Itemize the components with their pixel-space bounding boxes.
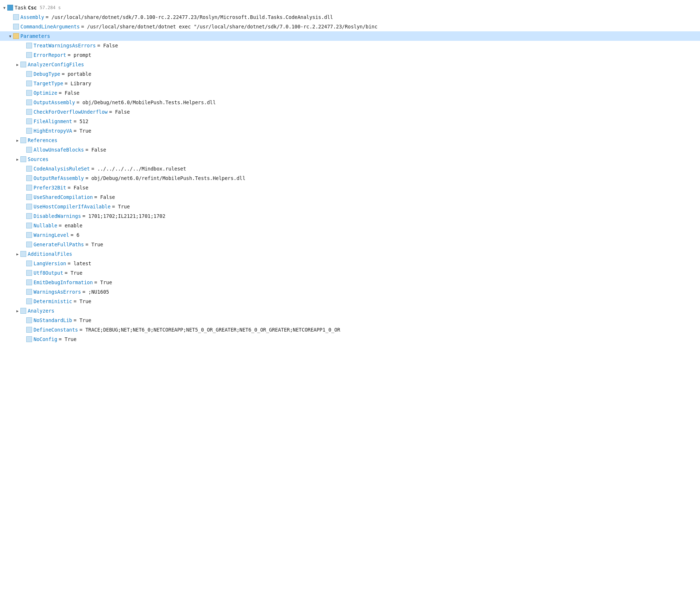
expand-task[interactable]: ▼: [1, 5, 7, 11]
utf8output-key: Utf8Output: [34, 270, 63, 276]
expand-parameters[interactable]: ▼: [7, 33, 13, 39]
defineconstants-value: = TRACE;DEBUG;NET;NET6_0;NETCOREAPP;NET5…: [79, 327, 340, 333]
expand-references[interactable]: ▶: [15, 137, 20, 143]
outputassembly-value: = obj/Debug/net6.0/MobilePush.Tests.Help…: [77, 99, 216, 105]
nostandardlib-row[interactable]: NoStandardLib = True: [0, 316, 700, 325]
allowunsafeblocks-icon: [26, 147, 32, 153]
analyzerconfigfiles-row[interactable]: ▶ AnalyzerConfigFiles: [0, 60, 700, 69]
checkforoverflow-value: = False: [109, 109, 130, 115]
utf8output-row[interactable]: Utf8Output = True: [0, 268, 700, 278]
noconfig-row[interactable]: NoConfig = True: [0, 334, 700, 344]
usesharedcompilation-value: = False: [94, 194, 115, 200]
codeanalysisruleset-row[interactable]: CodeAnalysisRuleSet = ../../../../../Min…: [0, 164, 700, 173]
additionalfiles-icon: [20, 251, 26, 257]
treat-warnings-value: = False: [97, 43, 118, 48]
prefer32bit-icon: [26, 185, 32, 191]
parameters-row[interactable]: ▼ Parameters: [0, 31, 700, 41]
sources-row[interactable]: ▶ Sources: [0, 154, 700, 164]
generatefullpaths-value: = True: [85, 242, 103, 247]
warninglevel-value: = 6: [71, 232, 79, 238]
commandlineargs-row[interactable]: CommandLineArguments = /usr/local/share/…: [0, 22, 700, 31]
outputrefassembly-row[interactable]: OutputRefAssembly = obj/Debug/net6.0/ref…: [0, 173, 700, 183]
langversion-row[interactable]: LangVersion = latest: [0, 259, 700, 268]
debugtype-value: = portable: [62, 71, 91, 77]
filealignment-icon: [26, 118, 32, 124]
additionalfiles-key: AdditionalFiles: [28, 251, 72, 257]
outputrefassembly-icon: [26, 175, 32, 181]
highentropyva-value: = True: [74, 128, 92, 134]
debugtype-key: DebugType: [34, 71, 60, 77]
targettype-value: = Library: [65, 81, 91, 86]
assembly-row[interactable]: Assembly = /usr/local/share/dotnet/sdk/7…: [0, 12, 700, 22]
prefer32bit-key: Prefer32Bit: [34, 185, 66, 191]
langversion-key: LangVersion: [34, 261, 66, 266]
deterministic-value: = True: [74, 298, 92, 304]
allowunsafeblocks-value: = False: [85, 147, 106, 153]
outputassembly-icon: [26, 99, 32, 105]
usehostcompiler-value: = True: [112, 204, 130, 209]
disabledwarnings-key: DisabledWarnings: [34, 213, 81, 219]
debugtype-icon: [26, 71, 32, 77]
optimize-icon: [26, 90, 32, 96]
nullable-icon: [26, 223, 32, 228]
analyzers-key: Analyzers: [28, 308, 54, 314]
task-root-row[interactable]: ▼ Task Csc 57.284 s: [0, 3, 700, 12]
deterministic-key: Deterministic: [34, 298, 72, 304]
codeanalysisruleset-value: = ../../../../../Mindbox.ruleset: [91, 166, 186, 172]
references-row[interactable]: ▶ References: [0, 136, 700, 145]
errorreport-icon: [26, 52, 32, 58]
expand-sources[interactable]: ▶: [15, 156, 20, 162]
treat-warnings-key: TreatWarningsAsErrors: [34, 43, 96, 48]
tree-container: ▼ Task Csc 57.284 s Assembly = /usr/loca…: [0, 0, 700, 347]
prefer32bit-row[interactable]: Prefer32Bit = False: [0, 183, 700, 192]
warningsaserrors-row[interactable]: WarningsAsErrors = ;NU1605: [0, 287, 700, 297]
assembly-value: = /usr/local/share/dotnet/sdk/7.0.100-rc…: [46, 14, 333, 20]
targettype-key: TargetType: [34, 81, 63, 86]
debugtype-row[interactable]: DebugType = portable: [0, 69, 700, 79]
disabledwarnings-icon: [26, 213, 32, 219]
usehostcompiler-row[interactable]: UseHostCompilerIfAvailable = True: [0, 202, 700, 211]
nostandardlib-icon: [26, 317, 32, 323]
defineconstants-icon: [26, 327, 32, 333]
emitdebuginfo-value: = True: [94, 279, 112, 285]
outputassembly-row[interactable]: OutputAssembly = obj/Debug/net6.0/Mobile…: [0, 98, 700, 107]
errorreport-value: = prompt: [67, 52, 91, 58]
nullable-key: Nullable: [34, 223, 57, 228]
filealignment-value: = 512: [74, 118, 89, 124]
treat-warnings-row[interactable]: TreatWarningsAsErrors = False: [0, 41, 700, 50]
deterministic-row[interactable]: Deterministic = True: [0, 297, 700, 306]
warninglevel-row[interactable]: WarningLevel = 6: [0, 230, 700, 240]
outputassembly-key: OutputAssembly: [34, 99, 75, 105]
targettype-row[interactable]: TargetType = Library: [0, 79, 700, 88]
expand-additionalfiles[interactable]: ▶: [15, 251, 20, 257]
disabledwarnings-row[interactable]: DisabledWarnings = 1701;1702;IL2121;1701…: [0, 211, 700, 221]
allowunsafeblocks-row[interactable]: AllowUnsafeBlocks = False: [0, 145, 700, 154]
analyzers-row[interactable]: ▶ Analyzers: [0, 306, 700, 316]
nostandardlib-key: NoStandardLib: [34, 317, 72, 323]
expand-analyzerconfigfiles[interactable]: ▶: [15, 62, 20, 67]
nullable-row[interactable]: Nullable = enable: [0, 221, 700, 230]
emitdebuginfo-row[interactable]: EmitDebugInformation = True: [0, 278, 700, 287]
codeanalysisruleset-icon: [26, 166, 32, 172]
usesharedcompilation-row[interactable]: UseSharedCompilation = False: [0, 192, 700, 202]
additionalfiles-row[interactable]: ▶ AdditionalFiles: [0, 249, 700, 259]
parameters-key: Parameters: [20, 33, 50, 39]
task-name: Csc: [28, 5, 37, 11]
langversion-icon: [26, 261, 32, 266]
defineconstants-row[interactable]: DefineConstants = TRACE;DEBUG;NET;NET6_0…: [0, 325, 700, 334]
optimize-row[interactable]: Optimize = False: [0, 88, 700, 98]
errorreport-row[interactable]: ErrorReport = prompt: [0, 50, 700, 60]
filealignment-row[interactable]: FileAlignment = 512: [0, 117, 700, 126]
usesharedcompilation-icon: [26, 194, 32, 200]
generatefullpaths-key: GenerateFullPaths: [34, 242, 84, 247]
highentropyva-row[interactable]: HighEntropyVA = True: [0, 126, 700, 136]
noconfig-value: = True: [59, 336, 77, 342]
nullable-value: = enable: [59, 223, 82, 228]
filealignment-key: FileAlignment: [34, 118, 72, 124]
expand-analyzers[interactable]: ▶: [15, 308, 20, 314]
checkforoverflow-row[interactable]: CheckForOverflowUnderflow = False: [0, 107, 700, 117]
generatefullpaths-row[interactable]: GenerateFullPaths = True: [0, 240, 700, 249]
commandlineargs-icon: [13, 24, 19, 30]
task-icon: [7, 5, 13, 11]
commandlineargs-value: = /usr/local/share/dotnet/dotnet exec "/…: [81, 24, 378, 30]
